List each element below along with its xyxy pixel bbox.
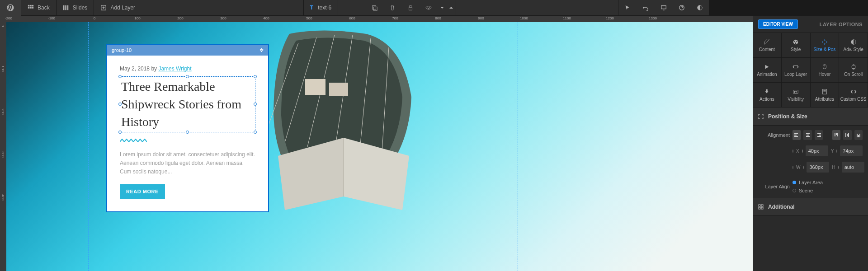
- preview-button[interactable]: [655, 0, 673, 16]
- svg-rect-0: [28, 5, 30, 7]
- post-title[interactable]: Three Remarkable Shipwreck Stories from …: [121, 78, 254, 131]
- group-label: group-10: [112, 47, 132, 53]
- svg-rect-14: [409, 7, 412, 10]
- add-layer-button[interactable]: Add Layer: [94, 0, 142, 16]
- guide-vertical[interactable]: [88, 22, 89, 221]
- svg-rect-5: [32, 7, 34, 9]
- post-excerpt: Lorem ipsum dolor sit amet, consectetuer…: [120, 150, 255, 177]
- delete-button[interactable]: [383, 0, 401, 16]
- svg-rect-7: [65, 5, 66, 10]
- resize-handle[interactable]: [254, 103, 257, 106]
- svg-rect-28: [305, 79, 326, 95]
- svg-rect-6: [63, 5, 65, 10]
- content-card[interactable]: group-10 ✲ May 2, 2018 by James Wright T…: [106, 44, 269, 212]
- svg-rect-2: [32, 5, 34, 7]
- by-label: by: [151, 65, 157, 72]
- resize-handle[interactable]: [186, 131, 189, 134]
- svg-rect-3: [28, 7, 30, 9]
- more-button[interactable]: [447, 0, 456, 16]
- svg-rect-8: [67, 5, 68, 10]
- wordpress-icon[interactable]: [0, 0, 21, 16]
- slides-label: Slides: [73, 5, 88, 11]
- visibility-button[interactable]: [420, 0, 438, 16]
- boat-graphic: [253, 25, 439, 215]
- selected-layer-indicator: T text-6: [304, 5, 338, 11]
- svg-point-15: [428, 7, 429, 9]
- post-date: May 2, 2018: [120, 65, 150, 72]
- ruler-horizontal[interactable]: -200-10001002003004005006007008009001000…: [6, 16, 709, 22]
- resize-handle[interactable]: [186, 75, 189, 78]
- undo-button[interactable]: [637, 0, 655, 16]
- author-link[interactable]: James Wright: [158, 65, 191, 72]
- duplicate-button[interactable]: [365, 0, 383, 16]
- svg-rect-16: [661, 6, 666, 9]
- slides-button[interactable]: Slides: [57, 0, 94, 16]
- svg-rect-13: [373, 7, 377, 10]
- grid-icon: [28, 5, 34, 11]
- contrast-button[interactable]: [691, 0, 709, 16]
- svg-rect-1: [30, 5, 32, 7]
- text-layer-icon: T: [310, 5, 313, 11]
- help-button[interactable]: [673, 0, 691, 16]
- selected-text-layer[interactable]: Three Remarkable Shipwreck Stories from …: [120, 76, 255, 132]
- post-meta: May 2, 2018 by James Wright: [120, 65, 255, 72]
- back-label: Back: [38, 5, 50, 11]
- zigzag-divider: [120, 139, 147, 142]
- svg-rect-29: [329, 83, 348, 96]
- add-layer-icon: [100, 5, 107, 11]
- resize-handle[interactable]: [254, 75, 257, 78]
- resize-handle[interactable]: [118, 103, 122, 106]
- ruler-vertical[interactable]: 0100200300400: [0, 22, 6, 221]
- group-header[interactable]: group-10 ✲: [107, 45, 268, 56]
- svg-rect-12: [373, 6, 376, 9]
- resize-handle[interactable]: [254, 131, 257, 134]
- lock-button[interactable]: [401, 0, 420, 16]
- pointer-tool[interactable]: [618, 0, 637, 16]
- resize-handle[interactable]: [118, 131, 122, 134]
- resize-handle[interactable]: [118, 75, 122, 78]
- back-button[interactable]: Back: [21, 0, 56, 16]
- chevron-down-icon[interactable]: [438, 0, 447, 16]
- svg-rect-4: [30, 7, 32, 9]
- read-more-button[interactable]: READ MORE: [120, 184, 165, 199]
- slides-icon: [63, 5, 69, 11]
- layer-name: text-6: [318, 5, 331, 11]
- group-gear-icon[interactable]: ✲: [259, 47, 264, 53]
- guide-vertical[interactable]: [518, 22, 518, 221]
- add-layer-label: Add Layer: [110, 5, 135, 11]
